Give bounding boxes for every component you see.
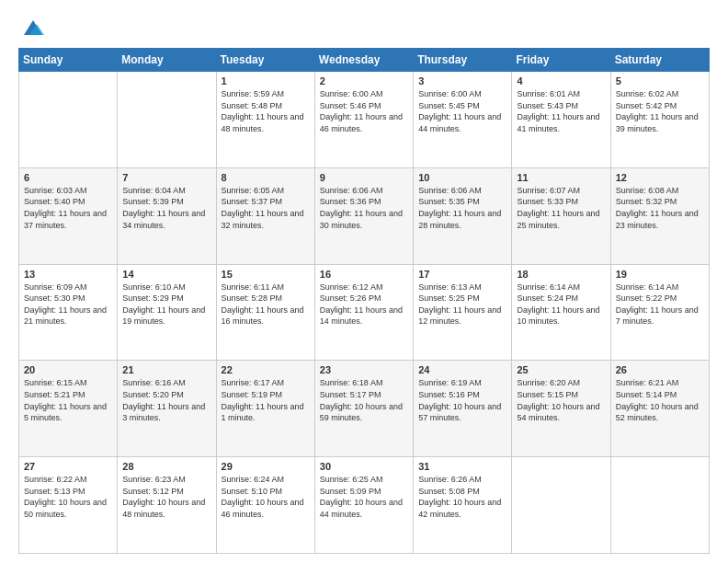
day-header-tuesday: Tuesday — [216, 49, 314, 72]
calendar-cell: 22Sunrise: 6:17 AMSunset: 5:19 PMDayligh… — [216, 361, 314, 457]
daylight-text: Daylight: 11 hours and 19 minutes. — [122, 305, 205, 327]
calendar-cell: 13Sunrise: 6:09 AMSunset: 5:30 PMDayligh… — [19, 264, 118, 361]
day-info: Sunrise: 6:05 AMSunset: 5:37 PMDaylight:… — [222, 185, 310, 231]
day-number: 28 — [122, 461, 210, 472]
day-number: 18 — [517, 269, 605, 280]
sunset-text: Sunset: 5:25 PM — [418, 293, 480, 303]
day-number: 8 — [222, 172, 310, 183]
calendar-week-1: 1Sunrise: 5:59 AMSunset: 5:48 PMDaylight… — [19, 72, 710, 168]
daylight-text: Daylight: 10 hours and 42 minutes. — [418, 498, 501, 519]
day-header-monday: Monday — [118, 49, 216, 72]
day-number: 17 — [418, 269, 506, 280]
day-info: Sunrise: 6:10 AMSunset: 5:29 PMDaylight:… — [122, 282, 210, 327]
sunrise-text: Sunrise: 6:22 AM — [24, 475, 87, 484]
daylight-text: Daylight: 11 hours and 46 minutes. — [320, 112, 403, 133]
day-number: 30 — [320, 461, 408, 472]
daylight-text: Daylight: 11 hours and 25 minutes. — [517, 209, 599, 230]
day-info: Sunrise: 6:00 AMSunset: 5:46 PMDaylight:… — [320, 88, 408, 134]
day-number: 20 — [24, 364, 112, 375]
sunrise-text: Sunrise: 6:14 AM — [616, 282, 679, 292]
daylight-text: Daylight: 10 hours and 52 minutes. — [616, 402, 699, 423]
sunset-text: Sunset: 5:20 PM — [122, 390, 184, 399]
sunrise-text: Sunrise: 6:09 AM — [24, 282, 87, 292]
day-info: Sunrise: 6:21 AMSunset: 5:14 PMDaylight:… — [616, 377, 704, 423]
sunset-text: Sunset: 5:12 PM — [122, 487, 184, 496]
sunset-text: Sunset: 5:24 PM — [517, 293, 578, 303]
sunrise-text: Sunrise: 6:00 AM — [320, 89, 383, 98]
sunset-text: Sunset: 5:35 PM — [418, 197, 480, 206]
day-header-thursday: Thursday — [414, 49, 512, 72]
calendar-cell: 20Sunrise: 6:15 AMSunset: 5:21 PMDayligh… — [19, 361, 118, 457]
sunrise-text: Sunrise: 6:15 AM — [24, 378, 87, 387]
page-header — [18, 15, 710, 40]
daylight-text: Daylight: 10 hours and 44 minutes. — [320, 498, 403, 519]
daylight-text: Daylight: 11 hours and 28 minutes. — [418, 209, 501, 230]
sunrise-text: Sunrise: 6:04 AM — [122, 186, 186, 195]
calendar-cell: 15Sunrise: 6:11 AMSunset: 5:28 PMDayligh… — [216, 264, 314, 361]
sunset-text: Sunset: 5:39 PM — [122, 197, 184, 206]
calendar-cell: 4Sunrise: 6:01 AMSunset: 5:43 PMDaylight… — [512, 72, 610, 168]
calendar-cell — [512, 457, 610, 554]
day-number: 4 — [517, 75, 605, 86]
day-info: Sunrise: 6:16 AMSunset: 5:20 PMDaylight:… — [122, 377, 210, 423]
day-info: Sunrise: 6:06 AMSunset: 5:35 PMDaylight:… — [418, 185, 506, 231]
sunset-text: Sunset: 5:19 PM — [222, 390, 283, 399]
sunset-text: Sunset: 5:17 PM — [320, 390, 381, 399]
day-info: Sunrise: 6:14 AMSunset: 5:24 PMDaylight:… — [517, 282, 605, 327]
sunrise-text: Sunrise: 6:07 AM — [517, 186, 580, 195]
day-number: 11 — [517, 172, 605, 183]
daylight-text: Daylight: 11 hours and 34 minutes. — [122, 209, 205, 230]
day-number: 27 — [24, 461, 112, 472]
day-info: Sunrise: 5:59 AMSunset: 5:48 PMDaylight:… — [222, 88, 310, 134]
sunset-text: Sunset: 5:08 PM — [418, 487, 480, 496]
calendar-cell: 26Sunrise: 6:21 AMSunset: 5:14 PMDayligh… — [610, 361, 709, 457]
day-info: Sunrise: 6:22 AMSunset: 5:13 PMDaylight:… — [24, 474, 112, 520]
day-number: 16 — [320, 269, 408, 280]
calendar-cell: 6Sunrise: 6:03 AMSunset: 5:40 PMDaylight… — [19, 167, 118, 264]
daylight-text: Daylight: 11 hours and 39 minutes. — [616, 112, 699, 133]
calendar-cell: 23Sunrise: 6:18 AMSunset: 5:17 PMDayligh… — [314, 361, 413, 457]
day-number: 26 — [616, 364, 704, 375]
logo — [18, 15, 46, 40]
sunrise-text: Sunrise: 6:18 AM — [320, 378, 383, 387]
sunset-text: Sunset: 5:46 PM — [320, 101, 381, 110]
day-info: Sunrise: 6:20 AMSunset: 5:15 PMDaylight:… — [517, 377, 605, 423]
calendar-cell: 31Sunrise: 6:26 AMSunset: 5:08 PMDayligh… — [414, 457, 512, 554]
daylight-text: Daylight: 11 hours and 44 minutes. — [418, 112, 501, 133]
calendar-cell: 19Sunrise: 6:14 AMSunset: 5:22 PMDayligh… — [610, 264, 709, 361]
daylight-text: Daylight: 11 hours and 37 minutes. — [24, 209, 107, 230]
calendar-cell: 1Sunrise: 5:59 AMSunset: 5:48 PMDaylight… — [216, 72, 314, 168]
sunrise-text: Sunrise: 6:21 AM — [616, 378, 679, 387]
sunset-text: Sunset: 5:36 PM — [320, 197, 381, 206]
calendar-cell: 3Sunrise: 6:00 AMSunset: 5:45 PMDaylight… — [414, 72, 512, 168]
day-number: 23 — [320, 364, 408, 375]
daylight-text: Daylight: 11 hours and 16 minutes. — [222, 305, 304, 327]
sunrise-text: Sunrise: 6:20 AM — [517, 378, 580, 387]
day-info: Sunrise: 6:24 AMSunset: 5:10 PMDaylight:… — [222, 474, 310, 520]
daylight-text: Daylight: 11 hours and 1 minute. — [222, 402, 304, 423]
day-number: 29 — [222, 461, 310, 472]
daylight-text: Daylight: 10 hours and 50 minutes. — [24, 498, 107, 519]
daylight-text: Daylight: 11 hours and 21 minutes. — [24, 305, 107, 327]
sunset-text: Sunset: 5:48 PM — [222, 101, 283, 110]
daylight-text: Daylight: 11 hours and 7 minutes. — [616, 305, 699, 327]
day-info: Sunrise: 6:13 AMSunset: 5:25 PMDaylight:… — [418, 282, 506, 327]
calendar-week-3: 13Sunrise: 6:09 AMSunset: 5:30 PMDayligh… — [19, 264, 710, 361]
calendar-header-row: SundayMondayTuesdayWednesdayThursdayFrid… — [19, 49, 710, 72]
calendar-cell: 18Sunrise: 6:14 AMSunset: 5:24 PMDayligh… — [512, 264, 610, 361]
sunset-text: Sunset: 5:30 PM — [24, 293, 85, 303]
calendar-cell: 17Sunrise: 6:13 AMSunset: 5:25 PMDayligh… — [414, 264, 512, 361]
sunset-text: Sunset: 5:21 PM — [24, 390, 85, 399]
sunrise-text: Sunrise: 6:10 AM — [122, 282, 186, 292]
daylight-text: Daylight: 11 hours and 23 minutes. — [616, 209, 699, 230]
day-header-wednesday: Wednesday — [314, 49, 413, 72]
sunrise-text: Sunrise: 6:25 AM — [320, 475, 383, 484]
daylight-text: Daylight: 11 hours and 5 minutes. — [24, 402, 107, 423]
day-info: Sunrise: 6:11 AMSunset: 5:28 PMDaylight:… — [222, 282, 310, 327]
daylight-text: Daylight: 10 hours and 57 minutes. — [418, 402, 501, 423]
day-header-friday: Friday — [512, 49, 610, 72]
calendar-cell: 11Sunrise: 6:07 AMSunset: 5:33 PMDayligh… — [512, 167, 610, 264]
sunrise-text: Sunrise: 5:59 AM — [222, 89, 285, 98]
calendar-cell: 29Sunrise: 6:24 AMSunset: 5:10 PMDayligh… — [216, 457, 314, 554]
sunrise-text: Sunrise: 6:03 AM — [24, 186, 87, 195]
